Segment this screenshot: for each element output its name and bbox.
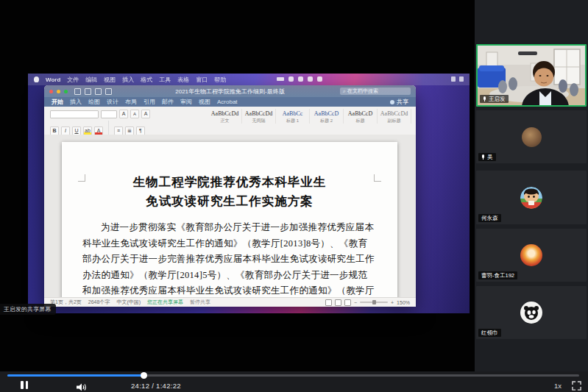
participant-tile-video[interactable]: 王启发: [476, 44, 587, 107]
menu-help[interactable]: 帮助: [214, 76, 226, 84]
participant-name-tag: 何永森: [478, 214, 501, 222]
search-icon: ⌕: [343, 88, 346, 94]
word-statusbar: 第1页，共2页 2648个字 中文(中国) 您正在共享屏幕 暂停共享 − + 1…: [44, 297, 416, 307]
style-normal[interactable]: AaBbCcDd 正文: [208, 109, 242, 124]
ribbon-tab-bar: 开始 插入 绘图 设计 布局 引用 邮件 审阅 视图 Acrobat 共享: [44, 97, 416, 107]
avatar: [522, 127, 542, 147]
style-heading2[interactable]: AaBbCcD 标题 2: [310, 109, 344, 124]
close-window-button[interactable]: [49, 90, 53, 93]
doc-paragraph: 为进一步贯彻落实《教育部办公厅关于进一步加强推荐优秀应届本 科毕业生免试攻读研究…: [82, 220, 377, 298]
style-no-spacing[interactable]: AaBbCcDd 无间隔: [242, 109, 276, 124]
menu-format[interactable]: 格式: [141, 76, 152, 84]
tab-acrobat[interactable]: Acrobat: [217, 99, 238, 105]
zoom-out-button[interactable]: −: [354, 300, 357, 305]
redo-icon[interactable]: [95, 88, 102, 95]
mac-desktop: Word 文件 编辑 视图 插入 格式 工具 表格 窗口 帮助: [28, 74, 470, 313]
avatar: [520, 302, 542, 324]
tab-review[interactable]: 审阅: [180, 98, 192, 106]
menu-tools[interactable]: 工具: [159, 76, 171, 84]
font-name-box[interactable]: [50, 110, 99, 118]
volume-button[interactable]: [77, 381, 87, 392]
undo-icon[interactable]: [85, 88, 91, 95]
menu-window[interactable]: 窗口: [196, 76, 208, 84]
participant-tile[interactable]: 何永森: [476, 171, 587, 224]
mic-icon: [481, 154, 485, 160]
read-mode-icon[interactable]: [325, 299, 332, 306]
menu-table[interactable]: 表格: [177, 76, 189, 84]
word-titlebar: 2021年生物工程学院推免工作细则-最终版 ⌕ 在文档中搜索: [44, 85, 416, 97]
clock-icon: [459, 76, 464, 82]
control-center-icon: [317, 76, 322, 82]
print-layout-icon[interactable]: [335, 299, 341, 306]
participant-tile[interactable]: 红领巾: [476, 286, 587, 339]
pause-share-button[interactable]: 暂停共享: [190, 299, 210, 306]
apple-menu-icon[interactable]: [34, 76, 39, 82]
progress-bar[interactable]: [7, 374, 579, 377]
tab-draw[interactable]: 绘图: [88, 98, 100, 106]
zoom-slider[interactable]: [360, 302, 388, 303]
wifi-icon: [288, 76, 294, 82]
search-input[interactable]: ⌕ 在文档中搜索: [340, 88, 411, 95]
tab-design[interactable]: 设计: [107, 98, 118, 106]
share-document-button[interactable]: 共享: [390, 98, 408, 106]
participants-sidebar: 王启发 吴: [475, 0, 588, 371]
participant-tile[interactable]: 曹羽-食工192: [476, 229, 587, 282]
fullscreen-icon: [572, 381, 581, 391]
document-canvas[interactable]: 生物工程学院推荐优秀本科毕业生 免试攻读研究生工作实施方案 为进一步贯彻落实《教…: [44, 135, 416, 298]
word-window: 2021年生物工程学院推免工作细则-最终版 ⌕ 在文档中搜索 开始 插入 绘图 …: [44, 85, 416, 307]
mic-icon: [483, 96, 486, 102]
playback-speed-button[interactable]: 1x: [554, 382, 562, 390]
participant-name-tag: 曹羽-食工192: [478, 271, 517, 279]
word-count[interactable]: 2648个字: [88, 299, 110, 306]
participant-tile[interactable]: 吴: [476, 110, 587, 163]
search-placeholder: 在文档中搜索: [347, 88, 378, 95]
menubar-status-icons: [277, 76, 322, 82]
font-size-box[interactable]: [101, 110, 117, 118]
input-method-icon: [298, 76, 303, 82]
tab-insert[interactable]: 插入: [70, 98, 82, 106]
shared-screen-label: 王启发的共享屏幕: [0, 304, 56, 315]
menu-edit[interactable]: 编辑: [85, 76, 97, 84]
fullscreen-button[interactable]: [572, 380, 581, 392]
playback-bar: 24:12 / 1:42:22 1x: [0, 371, 588, 392]
style-title[interactable]: AaBbCcD 标题: [344, 109, 378, 124]
tab-layout[interactable]: 布局: [125, 98, 137, 106]
print-icon[interactable]: [105, 88, 112, 95]
menu-file[interactable]: 文件: [67, 76, 79, 84]
battery-icon: [277, 77, 284, 81]
tab-view[interactable]: 视图: [199, 98, 210, 106]
zoom-in-button[interactable]: +: [391, 300, 394, 305]
progress-fill: [7, 374, 144, 377]
document-page[interactable]: 生物工程学院推荐优秀本科毕业生 免试攻读研究生工作实施方案 为进一步贯彻落实《教…: [62, 142, 397, 298]
tab-references[interactable]: 引用: [144, 98, 155, 106]
progress-knob[interactable]: [141, 372, 147, 379]
menu-word[interactable]: Word: [46, 76, 60, 83]
language-status[interactable]: 中文(中国): [116, 299, 141, 306]
minimize-window-button[interactable]: [57, 90, 60, 93]
shrink-font-button[interactable]: A: [130, 110, 139, 118]
grow-font-button[interactable]: A: [119, 110, 128, 118]
style-heading1[interactable]: AaBbCc 标题 1: [276, 109, 310, 124]
doc-heading: 生物工程学院推荐优秀本科毕业生 免试攻读研究生工作实施方案: [62, 173, 397, 211]
pause-button[interactable]: [21, 381, 28, 389]
notification-icon: [451, 76, 456, 82]
participant-name-tag: 吴: [478, 153, 496, 161]
share-button-label: 共享: [397, 98, 408, 106]
tab-home[interactable]: 开始: [52, 98, 63, 106]
zoom-level[interactable]: 150%: [397, 300, 410, 305]
tab-mailings[interactable]: 邮件: [162, 98, 174, 106]
panda-logo-icon: [523, 304, 540, 321]
speaker-icon: [77, 383, 87, 391]
participant-name-tag: 红领巾: [478, 329, 501, 337]
style-subtitle[interactable]: AaBbCcDd 副标题: [378, 109, 411, 124]
margin-crop-mark: [374, 174, 381, 182]
menu-insert[interactable]: 插入: [122, 76, 134, 84]
participant-name-tag: 王启发: [480, 95, 509, 103]
zoom-window-button[interactable]: [64, 90, 68, 93]
save-icon[interactable]: [74, 88, 81, 95]
clear-format-button[interactable]: A: [141, 110, 150, 118]
web-layout-icon[interactable]: [344, 299, 351, 306]
quick-access-toolbar: [74, 88, 112, 95]
mac-menubar: Word 文件 编辑 视图 插入 格式 工具 表格 窗口 帮助: [28, 74, 470, 85]
menu-view[interactable]: 视图: [104, 76, 116, 84]
